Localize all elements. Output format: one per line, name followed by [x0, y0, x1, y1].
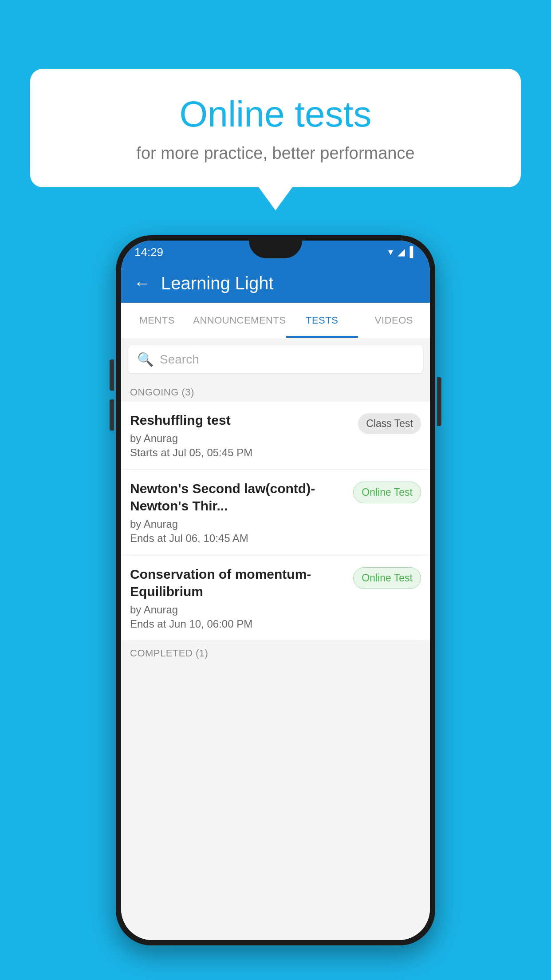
test-time-reshuffling: Starts at Jul 05, 05:45 PM	[130, 447, 349, 459]
search-icon: 🔍	[137, 352, 153, 367]
phone-power-button	[437, 377, 441, 426]
test-by-reshuffling: by Anurag	[130, 432, 349, 445]
test-info-conservation: Conservation of momentum-Equilibrium by …	[130, 565, 353, 630]
search-bar[interactable]: 🔍 Search	[128, 345, 423, 373]
app-bar: ← Learning Light	[121, 264, 430, 303]
status-time: 14:29	[134, 245, 163, 259]
test-badge-conservation: Online Test	[353, 567, 421, 589]
battery-icon: ▌	[409, 246, 417, 258]
phone-volume-up-button	[110, 360, 114, 391]
test-name-reshuffling: Reshuffling test	[130, 411, 349, 429]
tab-videos[interactable]: VIDEOS	[358, 303, 430, 338]
phone-screen: 14:29 ▾ ◢ ▌ ← Learning Light MENTS ANNOU…	[121, 241, 430, 940]
test-time-conservation: Ends at Jun 10, 06:00 PM	[130, 618, 344, 630]
test-item-conservation[interactable]: Conservation of momentum-Equilibrium by …	[121, 556, 430, 640]
tab-ments[interactable]: MENTS	[121, 303, 193, 338]
back-button[interactable]: ←	[134, 274, 150, 293]
test-item-newtons[interactable]: Newton's Second law(contd)-Newton's Thir…	[121, 470, 430, 554]
test-time-newtons: Ends at Jul 06, 10:45 AM	[130, 532, 344, 545]
tab-tests[interactable]: TESTS	[286, 303, 358, 338]
search-input[interactable]: Search	[160, 352, 199, 367]
test-info-newtons: Newton's Second law(contd)-Newton's Thir…	[130, 480, 353, 545]
content-area: 🔍 Search ONGOING (3) Reshuffling test by…	[121, 338, 430, 940]
test-by-conservation: by Anurag	[130, 604, 344, 616]
tabs-bar: MENTS ANNOUNCEMENTS TESTS VIDEOS	[121, 303, 430, 338]
bubble-title: Online tests	[57, 93, 494, 135]
signal-icon: ◢	[398, 246, 405, 258]
phone-volume-down-button	[110, 399, 114, 431]
test-item-reshuffling[interactable]: Reshuffling test by Anurag Starts at Jul…	[121, 402, 430, 469]
section-completed-label: COMPLETED (1)	[121, 641, 430, 663]
test-name-conservation: Conservation of momentum-Equilibrium	[130, 565, 344, 600]
app-bar-title: Learning Light	[161, 273, 274, 293]
test-badge-newtons: Online Test	[353, 482, 421, 503]
bubble-subtitle: for more practice, better performance	[57, 144, 494, 163]
test-badge-reshuffling: Class Test	[358, 413, 421, 434]
phone-frame: 14:29 ▾ ◢ ▌ ← Learning Light MENTS ANNOU…	[116, 235, 435, 945]
status-icons: ▾ ◢ ▌	[388, 246, 417, 258]
test-by-newtons: by Anurag	[130, 518, 344, 530]
wifi-icon: ▾	[388, 246, 393, 258]
tab-announcements[interactable]: ANNOUNCEMENTS	[193, 303, 286, 338]
section-ongoing-label: ONGOING (3)	[121, 380, 430, 402]
test-name-newtons: Newton's Second law(contd)-Newton's Thir…	[130, 480, 344, 514]
speech-bubble: Online tests for more practice, better p…	[30, 69, 521, 187]
test-info-reshuffling: Reshuffling test by Anurag Starts at Jul…	[130, 411, 358, 459]
